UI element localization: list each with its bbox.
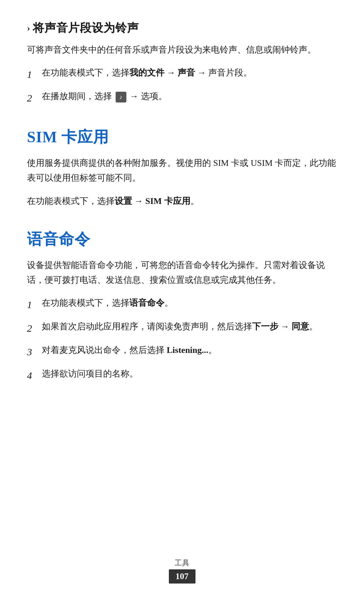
page-content: › 将声音片段设为铃声 可将声音文件夹中的任何音乐或声音片段设为来电铃声、信息或… [0,0,364,445]
ringtone-step-1: 1 在功能表模式下，选择我的文件 → 声音 → 声音片段。 [27,65,337,83]
voice-step-1: 1 在功能表模式下，选择语音命令。 [27,296,337,313]
voice-step-2: 2 如果首次启动此应用程序，请阅读免责声明，然后选择下一步 → 同意。 [27,319,337,337]
voice-step-text-2: 如果首次启动此应用程序，请阅读免责声明，然后选择下一步 → 同意。 [42,319,337,334]
sim-heading: SIM 卡应用 [27,127,337,148]
voice-heading: 语音命令 [27,229,337,250]
ringtone-heading: 将声音片段设为铃声 [33,20,139,36]
music-icon [116,92,126,102]
step-number-1: 1 [27,66,36,83]
voice-step-4: 4 选择欲访问项目的名称。 [27,366,337,384]
ringtone-heading-container: › 将声音片段设为铃声 [27,20,337,36]
ringtone-steps: 1 在功能表模式下，选择我的文件 → 声音 → 声音片段。 2 在播放期间，选择… [27,65,337,107]
section-voice: 语音命令 设备提供智能语音命令功能，可将您的语音命令转化为操作。只需对着设备说话… [27,229,337,384]
step-number-2: 2 [27,89,36,107]
voice-step-number-3: 3 [27,343,36,360]
step-text-1: 在功能表模式下，选择我的文件 → 声音 → 声音片段。 [42,65,337,80]
voice-step-number-2: 2 [27,320,36,337]
page-footer: 工具 107 [0,558,364,584]
section-sim: SIM 卡应用 使用服务提供商提供的各种附加服务。视使用的 SIM 卡或 USI… [27,127,337,209]
footer-label: 工具 [0,558,364,568]
voice-step-text-1: 在功能表模式下，选择语音命令。 [42,296,337,310]
voice-description: 设备提供智能语音命令功能，可将您的语音命令转化为操作。只需对着设备说话，便可拨打… [27,258,337,288]
section-ringtone: › 将声音片段设为铃声 可将声音文件夹中的任何音乐或声音片段设为来电铃声、信息或… [27,20,337,107]
voice-step-3: 3 对着麦克风说出命令，然后选择 Listening...。 [27,343,337,360]
voice-steps: 1 在功能表模式下，选择语音命令。 2 如果首次启动此应用程序，请阅读免责声明，… [27,296,337,384]
footer-page-number: 107 [169,569,195,584]
voice-step-number-4: 4 [27,367,36,384]
step-text-2: 在播放期间，选择 → 选项。 [42,89,337,104]
chevron-icon: › [27,23,30,33]
voice-step-number-1: 1 [27,296,36,313]
voice-step-text-3: 对着麦克风说出命令，然后选择 Listening...。 [42,343,337,358]
ringtone-step-2: 2 在播放期间，选择 → 选项。 [27,89,337,107]
voice-step-text-4: 选择欲访问项目的名称。 [42,366,337,381]
ringtone-description: 可将声音文件夹中的任何音乐或声音片段设为来电铃声、信息或闹钟铃声。 [27,42,337,57]
sim-description: 使用服务提供商提供的各种附加服务。视使用的 SIM 卡或 USIM 卡而定，此功… [27,156,337,185]
sim-instruction: 在功能表模式下，选择设置 → SIM 卡应用。 [27,194,337,209]
